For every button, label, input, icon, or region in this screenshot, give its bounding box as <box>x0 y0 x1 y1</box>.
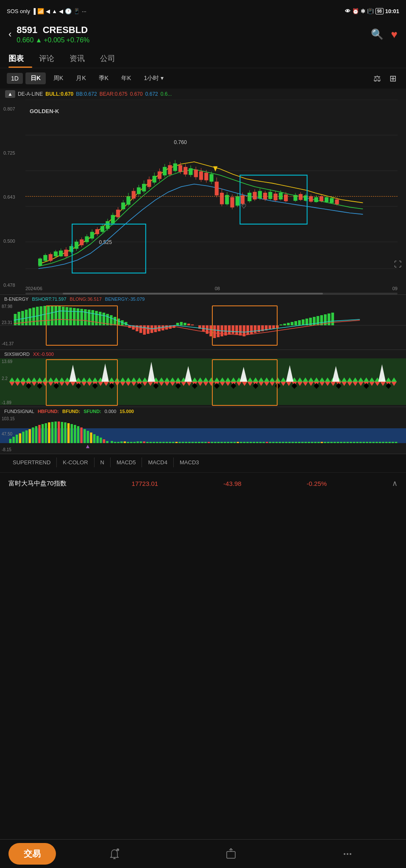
svg-rect-463 <box>272 442 274 443</box>
tab-company[interactable]: 公司 <box>100 51 124 68</box>
fundsignal-title: FUNDSIGNAL HBFUND: BFUND: SFUND: 0.000 1… <box>0 407 406 416</box>
svg-rect-411 <box>103 439 105 443</box>
alert-icon[interactable]: + <box>108 848 120 860</box>
y-label-2: 0.725 <box>3 150 15 155</box>
stock-info: 8591 CRESBLD 0.660 ▲ +0.005 +0.76% <box>17 25 89 44</box>
tab-macd3[interactable]: MACD3 <box>174 458 205 467</box>
tab-kcolor[interactable]: K-COLOR <box>57 458 94 467</box>
tab-chart[interactable]: 图表 <box>8 51 32 68</box>
svg-rect-480 <box>327 442 329 443</box>
index-change: -43.98 <box>223 480 242 487</box>
svg-rect-428 <box>159 442 161 443</box>
fundsignal-svg <box>0 416 406 454</box>
svg-rect-484 <box>340 442 342 443</box>
main-chart-area[interactable]: 0.807 0.725 0.643 0.500 0.478 GOLDEN-K 0… <box>0 100 406 294</box>
svg-rect-202 <box>295 321 298 325</box>
svg-rect-422 <box>140 441 142 443</box>
signal-icon: ▐ <box>32 8 36 14</box>
svg-rect-456 <box>250 442 252 443</box>
price-change: +0.005 <box>44 36 64 44</box>
index-chevron[interactable]: ∧ <box>392 479 398 488</box>
svg-rect-466 <box>282 442 284 443</box>
svg-rect-392 <box>42 424 44 443</box>
x-label-3: 09 <box>392 286 398 291</box>
svg-rect-404 <box>80 427 82 443</box>
b-energy-content: 87.98 23.31 -41.37 <box>0 303 406 348</box>
search-icon[interactable]: 🔍 <box>371 28 384 40</box>
compare-icon[interactable]: ⚖ <box>371 72 384 84</box>
fund-purple-marker: ▲ <box>85 443 91 449</box>
indicator-tabs: SUPERTREND K-COLOR N MACD5 MACD4 MACD3 <box>0 454 406 471</box>
svg-rect-414 <box>114 442 116 443</box>
timeframe-daily-k[interactable]: 日K <box>25 72 46 84</box>
svg-rect-489 <box>356 442 358 443</box>
ind-arrow[interactable]: ▲ <box>5 90 15 98</box>
timeframe-hourly[interactable]: 1小时 ▾ <box>139 72 169 84</box>
battery-icon: 98 <box>375 8 384 14</box>
tab-supertrend[interactable]: SUPERTREND <box>7 458 57 467</box>
tab-macd4[interactable]: MACD4 <box>142 458 174 467</box>
svg-rect-207 <box>313 317 316 325</box>
svg-rect-407 <box>90 433 92 443</box>
svg-rect-490 <box>359 442 362 443</box>
more-icon[interactable] <box>342 848 353 860</box>
status-left: SOS only ▐ 📶 ◀ ▲ ◀ 🕐 📱 ··· <box>7 8 86 14</box>
sos-label: SOS only <box>7 8 30 14</box>
svg-rect-470 <box>295 442 297 443</box>
svg-rect-208 <box>317 316 320 325</box>
svg-rect-461 <box>266 442 268 443</box>
tab-news[interactable]: 资讯 <box>70 51 93 68</box>
svg-rect-476 <box>314 442 316 443</box>
svg-rect-420 <box>133 442 136 443</box>
price-arrow: ▲ <box>35 36 42 44</box>
tab-n[interactable]: N <box>95 458 111 467</box>
share-icon[interactable] <box>225 848 237 860</box>
alarm-icon: ⏰ <box>352 8 359 14</box>
svg-rect-413 <box>111 441 113 443</box>
trade-button[interactable]: 交易 <box>8 843 56 865</box>
sixsword-y-top: 13.69 <box>2 359 12 364</box>
svg-rect-449 <box>227 442 229 443</box>
tab-comments[interactable]: 评论 <box>39 51 63 68</box>
timeframe-weekly-k[interactable]: 周K <box>48 72 68 84</box>
svg-rect-438 <box>192 442 194 443</box>
svg-rect-423 <box>143 441 145 443</box>
grid-icon[interactable]: ⊞ <box>387 72 399 84</box>
svg-rect-421 <box>136 441 139 443</box>
svg-rect-435 <box>182 442 184 443</box>
svg-rect-472 <box>301 442 303 443</box>
svg-rect-385 <box>19 433 21 443</box>
sixsword-content: 13.69 2.2 -1.89 <box>0 358 406 407</box>
svg-rect-471 <box>298 442 300 443</box>
timeframe-quarterly-k[interactable]: 季K <box>94 72 114 84</box>
svg-rect-462 <box>269 442 271 443</box>
timeframe-1d[interactable]: 1D <box>7 73 23 84</box>
svg-rect-384 <box>16 435 18 443</box>
svg-rect-445 <box>214 442 216 443</box>
index-value: 17723.01 <box>132 480 159 487</box>
fullscreen-button[interactable]: ⛶ <box>394 260 402 269</box>
back-button[interactable]: ‹ <box>8 29 11 40</box>
benergy-y-mid: 23.31 <box>2 320 12 325</box>
svg-rect-395 <box>51 422 53 443</box>
timeframe-monthly-k[interactable]: 月K <box>71 72 91 84</box>
svg-rect-477 <box>317 442 320 443</box>
timeframe-yearly-k[interactable]: 年K <box>116 72 136 84</box>
bottom-nav-spacer <box>0 494 406 523</box>
time-display: 10:01 <box>385 8 399 14</box>
svg-rect-495 <box>375 442 378 443</box>
svg-rect-442 <box>204 442 206 443</box>
benergy-orange-box-left <box>46 305 118 346</box>
favorite-icon[interactable]: ♥ <box>391 28 398 41</box>
fundsignal-content: 103.15 47.50 -8.15 ▲ <box>0 416 406 454</box>
svg-point-509 <box>344 853 345 855</box>
svg-rect-436 <box>185 442 187 443</box>
svg-rect-469 <box>292 442 294 443</box>
svg-rect-134 <box>40 306 43 325</box>
fund-y-bot: -8.15 <box>2 447 11 452</box>
tab-macd5[interactable]: MACD5 <box>111 458 142 467</box>
sixsword-y-bot: -1.89 <box>2 400 11 405</box>
signal-icon2: ▲ <box>52 8 57 14</box>
sixsword-orange-box-right <box>212 359 278 406</box>
svg-rect-391 <box>38 425 40 443</box>
